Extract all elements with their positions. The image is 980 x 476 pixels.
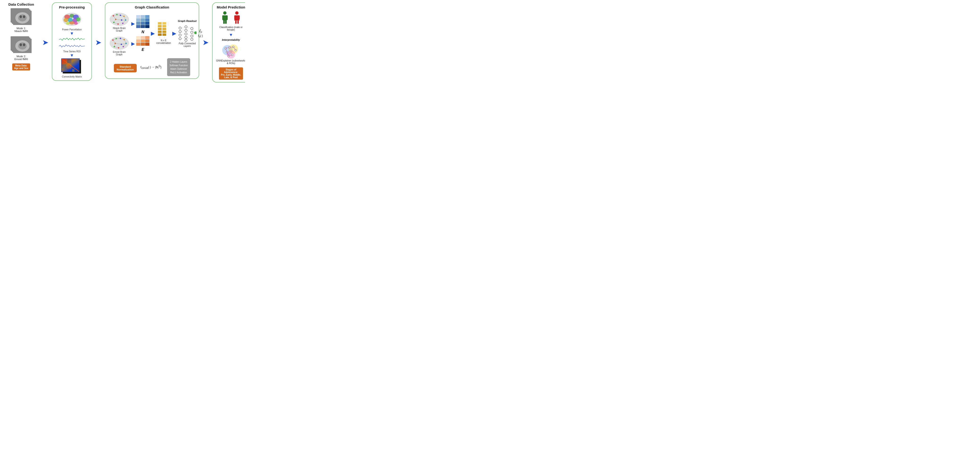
svg-point-120	[223, 11, 226, 14]
nxe-combined: ⋮ ⋮ · · · N x E c	[156, 22, 171, 45]
svg-point-50	[110, 13, 129, 26]
arrow-pp-to-gc: ➤	[95, 38, 102, 47]
svg-point-98	[185, 33, 187, 35]
svg-point-28	[18, 42, 27, 49]
svg-line-110	[181, 34, 185, 35]
bracket-arrow-bottom: ▶	[131, 41, 135, 46]
emoid-brain-graph: Emoid Brain Graph	[109, 35, 130, 56]
e-matrix-label: E	[142, 48, 144, 52]
svg-rect-46	[67, 64, 72, 68]
yhat-label: ŷ̂p	[199, 29, 202, 33]
e-heatmap	[136, 36, 150, 46]
svg-rect-130	[235, 21, 237, 24]
connectivity-matrix-label: Connectivity Matrix	[62, 75, 82, 78]
power-parcellation-label: Power Parcellation	[62, 28, 81, 31]
svg-point-13	[18, 14, 27, 21]
svg-point-100	[185, 39, 187, 41]
svg-line-106	[181, 27, 185, 28]
preprocessing-section: Pre-processing Power Parcellation ▼	[52, 2, 92, 81]
svg-rect-49	[67, 59, 72, 63]
n-matrix-label: N	[142, 30, 144, 34]
svg-point-126	[235, 11, 239, 14]
mode1-brain-scans	[11, 8, 32, 25]
svg-point-104	[191, 38, 193, 41]
svg-point-105	[194, 31, 197, 34]
cluster-visualization	[220, 43, 242, 59]
timeseries-green	[59, 36, 85, 43]
colorful-brain-icon	[61, 11, 83, 27]
svg-line-114	[187, 34, 191, 36]
svg-rect-129	[238, 15, 240, 19]
svg-point-41	[74, 22, 78, 25]
svg-point-103	[191, 35, 193, 37]
svg-point-14	[19, 15, 22, 18]
mode2-label: Mode 2: Emoid fMRI	[14, 55, 28, 60]
graph-readout-label: Graph Readout	[178, 19, 197, 22]
svg-line-113	[187, 30, 191, 32]
arrow-to-combined: ▶	[151, 30, 155, 37]
svg-line-109	[181, 32, 185, 34]
svg-point-35	[64, 18, 68, 22]
svg-point-96	[185, 26, 187, 28]
timeseries-blue	[59, 43, 85, 50]
svg-point-29	[19, 43, 22, 46]
std-norm-badge: Standard Normalization	[114, 64, 137, 72]
preprocessing-title: Pre-processing	[59, 5, 84, 9]
data-collection-section: Data Collection	[3, 2, 39, 70]
svg-line-107	[181, 28, 185, 30]
svg-line-108	[181, 30, 185, 32]
graph-classification-title: Graph Classification	[135, 5, 169, 9]
nback-brain-graph: Nback Brain Graph	[109, 11, 130, 32]
fc-layers-label: Fully Connected Layers	[178, 42, 197, 47]
meta-data-badge: Meta Data: Age and Sex	[12, 64, 30, 70]
n-heatmap	[136, 15, 150, 28]
svg-rect-48	[62, 64, 66, 68]
svg-rect-123	[226, 15, 228, 20]
svg-rect-125	[225, 20, 227, 24]
brain-scan-3	[13, 11, 31, 25]
arrow-to-fc: ▶	[172, 30, 176, 37]
arrow-down-interp: ▼	[229, 32, 233, 37]
svg-line-111	[181, 37, 185, 39]
training-details-box: 2 Hidden Layers Softmax Function Adam Op…	[167, 58, 190, 76]
arrow-dc-to-pp: ➤	[42, 38, 49, 47]
arrow-gc-to-mp: ➤	[202, 38, 209, 47]
svg-line-117	[193, 32, 194, 33]
svg-point-15	[23, 15, 25, 18]
svg-rect-47	[72, 69, 75, 72]
svg-rect-45	[62, 59, 67, 64]
svg-line-116	[193, 29, 194, 33]
nback-label: Nback Brain Graph	[113, 27, 126, 32]
svg-point-99	[185, 36, 187, 39]
concat-formula: fconcat(·) → {hi(l)}	[140, 65, 161, 69]
mode2-brain-scans	[11, 36, 32, 53]
model-prediction-title: Model Prediction	[217, 5, 245, 9]
interpretability-label: Interpretability	[222, 38, 240, 41]
svg-point-97	[185, 29, 187, 32]
mode1-label: Mode 1: Nback fMRI	[14, 27, 28, 32]
svg-point-94	[179, 34, 181, 36]
svg-line-115	[187, 37, 191, 39]
svg-line-112	[187, 27, 191, 29]
red-person-icon	[233, 11, 241, 25]
fo-label: fo(·)	[198, 34, 203, 38]
svg-rect-124	[223, 20, 225, 24]
svg-point-101	[191, 27, 193, 30]
svg-point-95	[179, 37, 181, 40]
arrow-pp-2: ▼	[70, 53, 74, 57]
classification-label: Classification (male or female)	[215, 26, 245, 31]
svg-point-39	[69, 21, 75, 24]
arrow-pp-1: ▼	[70, 31, 74, 36]
model-prediction-section: Model Prediction	[212, 2, 245, 83]
svg-rect-128	[234, 15, 236, 19]
bracket-arrow-top: ▶	[131, 21, 135, 26]
svg-point-93	[179, 30, 181, 33]
gnnexplainer-label: GNNExplainer (subnetworks & ROIs)	[215, 59, 245, 65]
svg-point-92	[179, 27, 181, 29]
nxe-label: N x E concatenation	[156, 39, 171, 44]
stages-badge: Stages of Adolesence: Pre, Early, Middle…	[219, 67, 243, 80]
svg-point-102	[191, 31, 193, 33]
person-icons-group	[221, 11, 241, 25]
svg-point-30	[23, 43, 25, 46]
brain-scan-6	[13, 39, 31, 53]
